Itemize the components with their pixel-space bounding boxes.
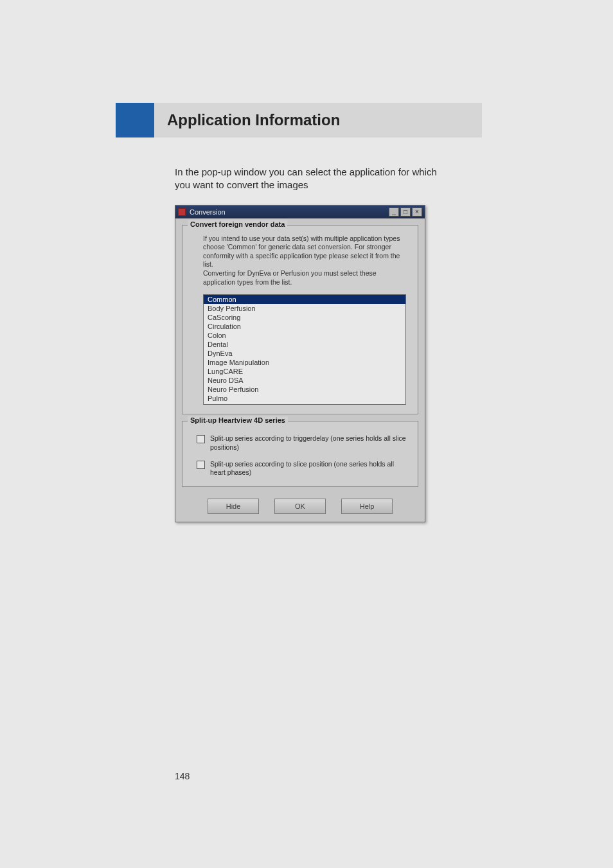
group-split-heartview: Split-up Heartview 4D series Split-up se… [182, 421, 418, 487]
help-button[interactable]: Help [341, 499, 393, 514]
header-accent-block [116, 103, 154, 137]
checkbox-split-triggerdelay[interactable] [197, 435, 205, 443]
list-item[interactable]: Circulation [204, 322, 405, 331]
list-item[interactable]: LungCARE [204, 367, 405, 376]
chapter-title: Application Information [167, 111, 340, 129]
ok-button[interactable]: OK [274, 499, 326, 514]
app-icon [178, 208, 186, 216]
list-item[interactable]: Body Perfusion [204, 304, 405, 313]
dialog-button-row: Hide OK Help [175, 493, 425, 522]
dialog-title: Conversion [190, 208, 389, 216]
intro-paragraph: In the pop-up window you can select the … [175, 166, 445, 192]
list-item[interactable]: Dental [204, 340, 405, 349]
hide-button[interactable]: Hide [208, 499, 259, 514]
group-label-split: Split-up Heartview 4D series [188, 416, 288, 424]
list-item[interactable]: Volume [204, 403, 405, 405]
header-title-wrap: Application Information [154, 103, 482, 137]
application-type-listbox[interactable]: CommonBody PerfusionCaScoringCirculation… [203, 294, 406, 405]
checkbox-split-sliceposition[interactable] [197, 461, 205, 469]
list-item[interactable]: Neuro DSA [204, 376, 405, 385]
list-item[interactable]: Pulmo [204, 394, 405, 403]
list-item[interactable]: Image Manipulation [204, 358, 405, 367]
conversion-dialog: Conversion _ □ × Convert foreign vendor … [175, 205, 425, 522]
list-item[interactable]: Neuro Perfusion [204, 385, 405, 394]
page-number: 148 [175, 771, 190, 781]
group-label-convert: Convert foreign vendor data [188, 220, 287, 228]
dialog-titlebar: Conversion _ □ × [175, 206, 425, 218]
checkbox-label-sliceposition: Split-up series according to slice posit… [210, 460, 406, 477]
list-item[interactable]: CaScoring [204, 313, 405, 322]
list-item[interactable]: Common [204, 295, 405, 304]
list-item[interactable]: DynEva [204, 349, 405, 358]
list-item[interactable]: Colon [204, 331, 405, 340]
minimize-button[interactable]: _ [389, 208, 399, 217]
chapter-header: Application Information [116, 103, 482, 137]
checkbox-label-triggerdelay: Split-up series according to triggerdela… [210, 434, 406, 452]
instructions-text: If you intend to use your data set(s) wi… [203, 235, 406, 287]
close-button[interactable]: × [412, 208, 422, 217]
group-convert-foreign: Convert foreign vendor data If you inten… [182, 225, 418, 415]
maximize-button[interactable]: □ [400, 208, 411, 217]
